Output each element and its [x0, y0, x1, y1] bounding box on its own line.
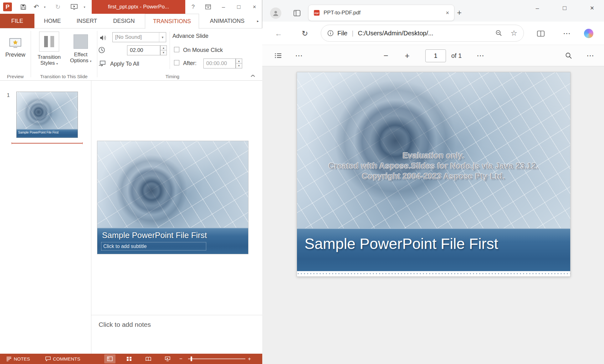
pdf-view-more-button[interactable]: ⋯ [293, 45, 305, 66]
notes-toggle[interactable]: NOTES [6, 354, 30, 364]
thumbnail-title: Sample PowerPoint File First [18, 131, 59, 134]
info-icon[interactable] [327, 30, 334, 36]
search-icon [565, 52, 572, 59]
workspaces-button[interactable] [293, 9, 301, 18]
tab-scroll-button[interactable]: ▸ [255, 14, 261, 28]
page-count-label: of 1 [451, 45, 462, 66]
page-more-button[interactable]: ⋯ [475, 45, 486, 66]
notes-splitter[interactable] [91, 315, 262, 315]
pdf-more-button[interactable]: ⋯ [585, 45, 596, 66]
edge-maximize-button[interactable]: □ [556, 0, 573, 16]
qat-customize-button[interactable]: ▾ [82, 0, 87, 14]
editing-canvas: Sample PowerPoint File First Click to ad… [91, 81, 262, 354]
on-mouse-click-checkbox[interactable] [174, 47, 179, 52]
chevron-down-icon: ▾ [159, 33, 166, 42]
browser-tab[interactable]: PDF PPT-to-PDF.pdf × [308, 5, 454, 21]
powerpoint-logo-letter: P [6, 3, 10, 10]
refresh-button[interactable]: ↻ [300, 28, 310, 38]
favorites-button[interactable]: ☆ [510, 30, 517, 37]
protocol-label: File [337, 30, 347, 37]
ribbon-collapse-button[interactable] [250, 74, 255, 77]
watermark-line: Copyright 2004-2023 Aspose Pty Ltd. [297, 171, 570, 181]
normal-view-button[interactable] [104, 354, 115, 363]
help-button[interactable]: ? [187, 0, 199, 14]
sound-select[interactable]: [No Sound] ▾ [112, 32, 166, 42]
undo-dropdown-button[interactable]: ▾ [42, 0, 47, 14]
tab-animations[interactable]: ANIMATIONS [203, 14, 251, 28]
profile-button[interactable] [270, 8, 281, 19]
transition-styles-button[interactable]: Transition Styles ▾ [35, 32, 63, 67]
preview-button-label: Preview [5, 52, 25, 58]
pdf-zoom-in-button[interactable]: + [402, 45, 413, 66]
ribbon-display-button[interactable] [202, 0, 214, 14]
star-icon: ☆ [510, 29, 517, 37]
tab-home[interactable]: HOME [38, 14, 66, 28]
comments-toggle[interactable]: COMMENTS [45, 354, 80, 364]
address-divider: | [352, 30, 353, 37]
tab-insert[interactable]: INSERT [70, 14, 103, 28]
pdf-search-button[interactable] [563, 45, 574, 66]
duration-input[interactable]: 02.00 [127, 45, 160, 55]
edge-close-button[interactable]: × [583, 0, 601, 16]
ppt-close-button[interactable]: × [248, 0, 261, 14]
after-time-input[interactable]: 00:00.00 [203, 58, 236, 68]
spin-up-icon: ▲ [160, 45, 167, 50]
after-time-spinner[interactable]: ▲ ▼ [236, 58, 242, 68]
pdf-content-area[interactable]: Evaluation only. Created with Aspose.Sli… [262, 66, 604, 364]
url-field[interactable]: File | C:/Users/Admin/Desktop/... ☆ [321, 25, 524, 42]
zoom-slider[interactable] [188, 358, 245, 359]
pdf-zoom-out-button[interactable]: − [380, 45, 392, 66]
zoom-out-button[interactable]: − [175, 354, 187, 363]
redo-button[interactable]: ↻ [54, 0, 62, 14]
slide-thumbnail[interactable]: Sample PowerPoint File First [16, 92, 78, 138]
undo-button[interactable]: ↶ [32, 0, 40, 14]
spin-down-icon: ▼ [236, 63, 242, 68]
more-icon: ⋯ [586, 51, 594, 60]
slideshow-view-button[interactable] [162, 354, 173, 363]
powerpoint-logo-icon[interactable]: P [3, 3, 12, 11]
edge-minimize-button[interactable]: – [529, 0, 546, 16]
ppt-maximize-button[interactable]: □ [233, 0, 245, 14]
zoom-indicator-button[interactable] [495, 30, 502, 37]
slide-sorter-button[interactable] [123, 354, 135, 363]
zoom-in-icon: + [405, 51, 409, 61]
tab-design[interactable]: DESIGN [107, 14, 141, 28]
reading-view-button[interactable] [143, 354, 154, 363]
tab-transitions[interactable]: TRANSITIONS [145, 14, 199, 29]
duration-icon [98, 47, 105, 53]
group-divider [97, 31, 97, 77]
after-checkbox[interactable] [174, 60, 179, 65]
new-tab-button[interactable]: + [457, 8, 462, 17]
toc-button[interactable] [273, 45, 284, 66]
start-slideshow-button[interactable] [69, 0, 79, 14]
normal-view-icon [107, 356, 113, 361]
pdf-toolbar: ⋯ − + of 1 ⋯ ⋯ [262, 45, 604, 66]
zoom-slider-handle[interactable] [191, 356, 192, 361]
save-button[interactable] [19, 0, 27, 14]
tab-scroll-icon: ▸ [257, 19, 259, 23]
edge-address-bar: ← ↻ File | C:/Users/Admin/Desktop/... ☆ … [262, 22, 604, 45]
preview-button[interactable]: Preview [2, 30, 29, 65]
toc-icon [275, 53, 282, 58]
effect-options-button[interactable]: Effect Options ▾ [67, 32, 95, 64]
slide-title-text[interactable]: Sample PowerPoint File First [102, 230, 207, 240]
tab-close-icon[interactable]: × [446, 10, 449, 16]
settings-more-button[interactable]: ⋯ [562, 28, 572, 38]
back-button[interactable]: ← [274, 28, 284, 38]
ppt-minimize-button[interactable]: – [217, 0, 230, 14]
notes-placeholder[interactable]: Click to add notes [99, 321, 151, 328]
slide-editor[interactable]: Sample PowerPoint File First Click to ad… [97, 141, 248, 254]
tab-file[interactable]: FILE [0, 14, 34, 28]
tab-title: PPT-to-PDF.pdf [324, 10, 446, 16]
page-input[interactable] [425, 49, 446, 62]
split-screen-button[interactable] [536, 28, 546, 38]
more-icon: ⋯ [295, 51, 303, 60]
apply-to-all-button[interactable]: Apply To All [110, 61, 139, 67]
subtitle-placeholder[interactable]: Click to add subtitle [101, 242, 206, 250]
zoom-in-button[interactable]: + [244, 354, 255, 363]
edge-window: PDF PPT-to-PDF.pdf × + – □ × ← ↻ File | … [262, 0, 604, 364]
transition-styles-icon [39, 32, 59, 52]
copilot-button[interactable] [584, 29, 593, 38]
profile-icon [272, 10, 279, 17]
duration-spinner[interactable]: ▲ ▼ [160, 45, 167, 55]
